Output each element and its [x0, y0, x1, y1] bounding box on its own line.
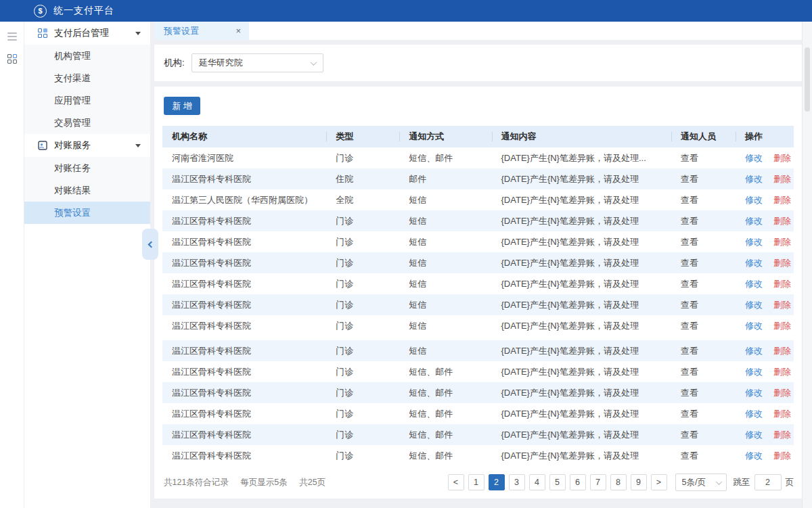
sidebar-item-reconciliation-result[interactable]: 对账结果 — [24, 179, 150, 202]
delete-link[interactable]: 删除 — [773, 279, 791, 289]
page-button-1[interactable]: 1 — [468, 474, 484, 490]
page-button-4[interactable]: 4 — [529, 474, 545, 490]
org-select[interactable]: 延华研究院 — [191, 53, 323, 72]
edit-link[interactable]: 修改 — [745, 346, 763, 356]
sidebar-item-reconciliation-task[interactable]: 对账任务 — [24, 157, 150, 179]
page-button-7[interactable]: 7 — [590, 474, 606, 490]
page-button-3[interactable]: 3 — [509, 474, 525, 490]
cell-actions: 修改删除 — [736, 382, 794, 403]
cell-notify-content: {DATE}产生{N}笔差异账，请及处理 — [492, 210, 671, 231]
view-link[interactable]: 查看 — [681, 367, 698, 377]
sidebar-item-alert-settings[interactable]: 预警设置 — [24, 202, 150, 224]
edit-link[interactable]: 修改 — [745, 367, 763, 377]
delete-link[interactable]: 删除 — [773, 388, 791, 398]
delete-link[interactable]: 删除 — [773, 430, 791, 440]
apps-grid-icon[interactable] — [7, 54, 17, 64]
edit-link[interactable]: 修改 — [745, 195, 763, 205]
delete-link[interactable]: 删除 — [773, 367, 791, 377]
cell-notify-person: 查看 — [671, 315, 736, 336]
edit-link[interactable]: 修改 — [745, 216, 763, 226]
cell-type: 门诊 — [326, 252, 399, 273]
delete-link[interactable]: 删除 — [773, 258, 791, 268]
total-records-text: 共121条符合记录 — [164, 478, 229, 487]
filter-panel: 机构: 延华研究院 — [154, 45, 802, 81]
delete-link[interactable]: 删除 — [773, 346, 791, 356]
table-row: 温江区骨科专科医院住院邮件{DATE}产生{N}笔差异账，请及处理查看修改删除 — [162, 168, 794, 189]
view-link[interactable]: 查看 — [681, 409, 698, 419]
edit-link[interactable]: 修改 — [745, 153, 763, 163]
scrollbar-thumb[interactable] — [805, 47, 810, 112]
sidebar-item-payment-channel[interactable]: 支付渠道 — [24, 67, 150, 89]
edit-link[interactable]: 修改 — [745, 388, 763, 398]
chevron-left-icon — [148, 241, 155, 248]
view-link[interactable]: 查看 — [681, 153, 698, 163]
delete-link[interactable]: 删除 — [773, 451, 791, 461]
view-link[interactable]: 查看 — [681, 279, 698, 289]
cell-org-name: 温江区骨科专科医院 — [162, 424, 326, 445]
edit-link[interactable]: 修改 — [745, 321, 763, 331]
table-row: 温江区骨科专科医院门诊短信、邮件{DATE}产生{N}笔差异账，请及处理查看修改… — [162, 382, 794, 403]
cell-notify-content: {DATE}产生{N}笔差异账，请及处理 — [492, 403, 671, 424]
tab-alert-settings[interactable]: 预警设置 × — [154, 22, 249, 40]
view-link[interactable]: 查看 — [681, 321, 698, 331]
next-page-button[interactable]: > — [651, 474, 667, 490]
sidebar-item-org-management[interactable]: 机构管理 — [24, 45, 150, 67]
view-link[interactable]: 查看 — [681, 430, 698, 440]
view-link[interactable]: 查看 — [681, 195, 698, 205]
cell-org-name: 温江区骨科专科医院 — [162, 340, 326, 361]
page-button-6[interactable]: 6 — [570, 474, 586, 490]
sidebar-collapse-handle[interactable] — [142, 229, 158, 260]
edit-link[interactable]: 修改 — [745, 174, 763, 184]
edit-link[interactable]: 修改 — [745, 430, 763, 440]
sidebar-item-app-management[interactable]: 应用管理 — [24, 89, 150, 112]
view-link[interactable]: 查看 — [681, 258, 698, 268]
view-link[interactable]: 查看 — [681, 237, 698, 247]
page-button-9[interactable]: 9 — [631, 474, 647, 490]
view-link[interactable]: 查看 — [681, 300, 698, 310]
page-button-5[interactable]: 5 — [549, 474, 566, 490]
edit-link[interactable]: 修改 — [745, 409, 763, 419]
view-link[interactable]: 查看 — [681, 174, 698, 184]
edit-link[interactable]: 修改 — [745, 279, 763, 289]
view-link[interactable]: 查看 — [681, 451, 698, 461]
page-button-2[interactable]: 2 — [489, 474, 505, 490]
jump-page-input[interactable] — [754, 474, 782, 490]
table-row: 温江区骨科专科医院门诊短信{DATE}产生{N}笔差异账，请及处理查看修改删除 — [162, 294, 794, 315]
page-button-8[interactable]: 8 — [610, 474, 627, 490]
edit-link[interactable]: 修改 — [745, 451, 763, 461]
cell-actions: 修改删除 — [736, 424, 794, 445]
cell-notify-method: 短信 — [399, 294, 491, 315]
cell-org-name: 温江区骨科专科医院 — [162, 382, 326, 403]
close-icon[interactable]: × — [235, 26, 241, 35]
chevron-down-icon — [310, 59, 317, 66]
scrollbar[interactable] — [802, 22, 812, 508]
cell-notify-person: 查看 — [671, 189, 736, 210]
delete-link[interactable]: 删除 — [773, 321, 791, 331]
add-button[interactable]: 新 增 — [164, 97, 200, 115]
cell-notify-method: 短信 — [399, 340, 491, 361]
sidebar-group-payment-admin[interactable]: 支付后台管理 — [24, 22, 150, 45]
sidebar-group-reconciliation[interactable]: 对账服务 — [24, 134, 150, 157]
sidebar-item-transaction-management[interactable]: 交易管理 — [24, 112, 150, 134]
prev-page-button[interactable]: < — [448, 474, 464, 490]
delete-link[interactable]: 删除 — [773, 216, 791, 226]
cell-org-name: 温江区骨科专科医院 — [162, 294, 326, 315]
cell-org-name: 温江区骨科专科医院 — [162, 403, 326, 424]
delete-link[interactable]: 删除 — [773, 300, 791, 310]
menu-lines-icon[interactable] — [7, 32, 17, 41]
delete-link[interactable]: 删除 — [773, 237, 791, 247]
delete-link[interactable]: 删除 — [773, 195, 791, 205]
app-title: 统一支付平台 — [53, 5, 114, 17]
edit-link[interactable]: 修改 — [745, 300, 763, 310]
view-link[interactable]: 查看 — [681, 388, 698, 398]
delete-link[interactable]: 删除 — [773, 174, 791, 184]
delete-link[interactable]: 删除 — [773, 153, 791, 163]
delete-link[interactable]: 删除 — [773, 409, 791, 419]
cell-actions: 修改删除 — [736, 445, 794, 466]
edit-link[interactable]: 修改 — [745, 258, 763, 268]
view-link[interactable]: 查看 — [681, 216, 698, 226]
page-size-select[interactable]: 5条/页 — [675, 474, 727, 491]
edit-link[interactable]: 修改 — [745, 237, 763, 247]
view-link[interactable]: 查看 — [681, 346, 698, 356]
cell-notify-person: 查看 — [671, 382, 736, 403]
